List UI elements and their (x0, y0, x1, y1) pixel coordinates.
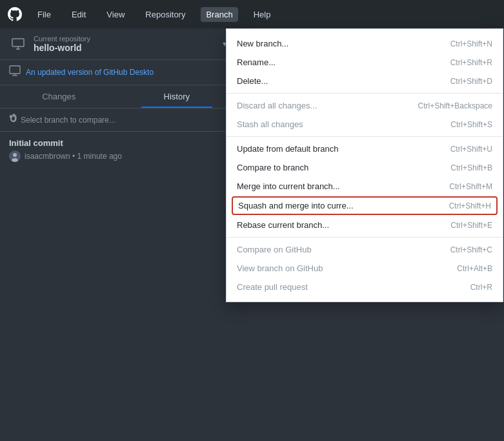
menu-section-1: New branch... Ctrl+Shift+N Rename... Ctr… (227, 32, 503, 94)
sidebar: Current repository hello-world ▾ An upda… (0, 28, 236, 441)
menu-view[interactable]: View (101, 7, 130, 22)
svg-rect-0 (12, 39, 24, 46)
menu-item-view-github: View branch on GitHub Ctrl+Alt+B (227, 259, 503, 278)
commit-author: isaacmbrown • 1 minute ago (25, 152, 122, 161)
menu-item-discard-all: Discard all changes... Ctrl+Shift+Backsp… (227, 96, 503, 115)
tabs: Changes History (0, 85, 236, 108)
repo-label: Current repository (34, 35, 216, 43)
menu-item-stash-all: Stash all changes Ctrl+Shift+S (227, 115, 503, 134)
monitor-icon (9, 37, 27, 51)
commit-title: Initial commit (9, 138, 227, 148)
update-icon (9, 65, 21, 79)
menu-item-compare-github: Compare on GitHub Ctrl+Shift+C (227, 240, 503, 259)
menu-edit[interactable]: Edit (66, 7, 91, 22)
repo-name: hello-world (34, 43, 216, 53)
menu-item-rebase-current[interactable]: Rebase current branch... Ctrl+Shift+E (227, 216, 503, 234)
branch-icon (8, 114, 17, 126)
menu-item-new-branch[interactable]: New branch... Ctrl+Shift+N (227, 34, 503, 53)
branch-compare-text: Select branch to compare... (21, 116, 116, 125)
branch-dropdown-menu: New branch... Ctrl+Shift+N Rename... Ctr… (226, 28, 503, 302)
menu-item-merge-current[interactable]: Merge into current branch... Ctrl+Shift+… (227, 177, 503, 196)
svg-point-7 (13, 153, 17, 157)
commit-item[interactable]: Initial commit isaacmbrown • 1 minute ag… (0, 132, 236, 169)
menu-item-create-pr: Create pull request Ctrl+R (227, 278, 503, 296)
update-banner: An updated version of GitHub Deskto (0, 60, 236, 85)
menu-help[interactable]: Help (248, 7, 276, 22)
github-logo (8, 7, 22, 21)
repo-bar[interactable]: Current repository hello-world ▾ (0, 28, 236, 60)
menu-item-update-default[interactable]: Update from default branch Ctrl+Shift+U (227, 139, 503, 158)
menu-item-squash-merge[interactable]: Squash and merge into curre... Ctrl+Shif… (232, 196, 498, 215)
menu-repository[interactable]: Repository (140, 7, 190, 22)
menu-branch[interactable]: Branch (201, 7, 237, 22)
update-text: An updated version of GitHub Deskto (26, 68, 154, 77)
svg-rect-3 (10, 66, 20, 74)
update-banner-text: An updated version of GitHub Deskto (26, 68, 154, 77)
menu-item-rename[interactable]: Rename... Ctrl+Shift+R (227, 53, 503, 72)
tab-history[interactable]: History (118, 85, 236, 108)
commit-meta: isaacmbrown • 1 minute ago (9, 150, 227, 162)
branch-compare[interactable]: Select branch to compare... (0, 108, 236, 132)
title-bar: File Edit View Repository Branch Help (0, 0, 504, 28)
avatar (9, 150, 21, 162)
menu-section-2: Discard all changes... Ctrl+Shift+Backsp… (227, 94, 503, 137)
menu-file[interactable]: File (32, 7, 56, 22)
menu-section-3: Update from default branch Ctrl+Shift+U … (227, 137, 503, 238)
menu-section-4: Compare on GitHub Ctrl+Shift+C View bran… (227, 238, 503, 299)
svg-point-8 (12, 158, 18, 162)
menu-item-compare-branch[interactable]: Compare to branch Ctrl+Shift+B (227, 158, 503, 177)
tab-changes[interactable]: Changes (0, 85, 118, 108)
menu-item-delete[interactable]: Delete... Ctrl+Shift+D (227, 72, 503, 90)
repo-info: Current repository hello-world (34, 35, 216, 53)
